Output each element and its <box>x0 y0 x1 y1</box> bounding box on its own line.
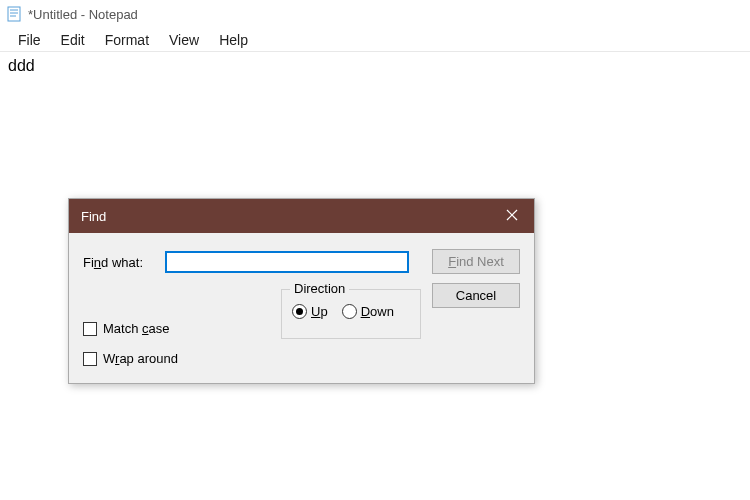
editor-content: ddd <box>8 57 35 74</box>
menu-help[interactable]: Help <box>209 30 258 50</box>
menu-file[interactable]: File <box>8 30 51 50</box>
menu-edit[interactable]: Edit <box>51 30 95 50</box>
menubar: File Edit Format View Help <box>0 28 750 52</box>
match-case-row[interactable]: Match case <box>83 321 169 336</box>
find-next-rest: ind Next <box>456 254 504 269</box>
dialog-title: Find <box>81 209 106 224</box>
find-dialog: Find Find what: Find Next Cancel Directi… <box>68 198 535 384</box>
text-editor-area[interactable]: ddd <box>0 52 750 79</box>
direction-group: Direction Up Down <box>281 289 421 339</box>
radio-selected-dot <box>296 308 303 315</box>
match-case-checkbox[interactable] <box>83 322 97 336</box>
svg-rect-0 <box>8 7 20 21</box>
radio-up[interactable]: Up <box>292 304 328 319</box>
find-what-input[interactable] <box>165 251 409 273</box>
wrap-around-checkbox[interactable] <box>83 352 97 366</box>
find-next-button[interactable]: Find Next <box>432 249 520 274</box>
match-case-label: Match case <box>103 321 169 336</box>
wrap-around-row[interactable]: Wrap around <box>83 351 178 366</box>
dialog-body: Find what: Find Next Cancel Direction Up… <box>69 233 534 383</box>
radio-down-circle <box>342 304 357 319</box>
dialog-titlebar[interactable]: Find <box>69 199 534 233</box>
radio-down[interactable]: Down <box>342 304 394 319</box>
find-what-row: Find what: <box>83 251 409 273</box>
wrap-around-label: Wrap around <box>103 351 178 366</box>
dialog-close-button[interactable] <box>490 199 534 233</box>
window-title: *Untitled - Notepad <box>28 7 138 22</box>
radio-up-circle <box>292 304 307 319</box>
window-titlebar: *Untitled - Notepad <box>0 0 750 28</box>
radio-up-label: Up <box>311 304 328 319</box>
radio-down-label: Down <box>361 304 394 319</box>
find-what-label: Find what: <box>83 255 165 270</box>
cancel-button[interactable]: Cancel <box>432 283 520 308</box>
direction-legend: Direction <box>290 281 349 296</box>
close-icon <box>506 209 518 224</box>
menu-format[interactable]: Format <box>95 30 159 50</box>
menu-view[interactable]: View <box>159 30 209 50</box>
notepad-icon <box>6 6 22 22</box>
